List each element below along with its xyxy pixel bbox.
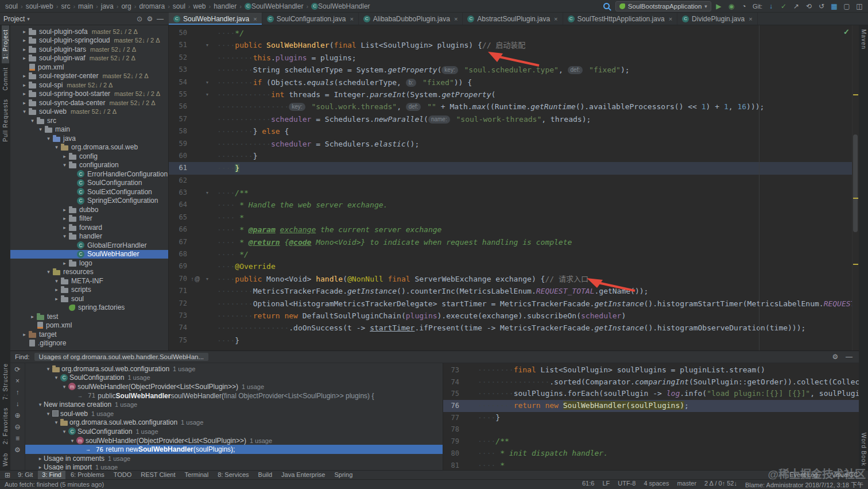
- line-number[interactable]: 59: [169, 138, 188, 150]
- override-gutter-icon[interactable]: ↑@: [188, 273, 203, 285]
- gear-icon[interactable]: ⚙: [830, 352, 840, 362]
- code-line[interactable]: 55▾············int threads = Integer.par…: [169, 88, 859, 101]
- tree-item[interactable]: ▸soul: [10, 294, 168, 303]
- code-text[interactable]: ········Optional<HistogramMetricsTracker…: [211, 298, 859, 310]
- status-item[interactable]: master: [677, 480, 696, 489]
- tree-item[interactable]: ▸soul-plugin-springcloudmaster 52↓ / 2 Δ: [10, 36, 168, 45]
- code-text[interactable]: ············scheduler = Schedulers.newPa…: [211, 113, 859, 125]
- code-line[interactable]: 77····}: [443, 412, 859, 424]
- tool-stripe-button[interactable]: 1: Project: [2, 25, 9, 63]
- usage-row[interactable]: ▾msoulWebHandler(ObjectProvider<List<Sou…: [25, 382, 443, 391]
- line-number[interactable]: 51: [169, 39, 188, 51]
- usage-row[interactable]: ▾soul-web1 usage: [25, 409, 443, 418]
- previous-occurrence-icon[interactable]: ↑: [16, 388, 20, 396]
- code-text[interactable]: ········String schedulerType = System.ge…: [211, 64, 859, 76]
- twisty-icon[interactable]: ▸: [37, 456, 44, 461]
- tree-item[interactable]: ▸soul-spimaster 52↓ / 2 Δ: [10, 80, 168, 90]
- code-text[interactable]: ················.doOnSuccess(t -> startT…: [211, 322, 859, 334]
- code-line[interactable]: 51▾····public SoulWebHandler(final List<…: [169, 39, 859, 51]
- locate-file-icon[interactable]: ⊙: [134, 14, 145, 24]
- line-number[interactable]: 55: [169, 88, 188, 101]
- tool-stripe-button[interactable]: Maven: [860, 25, 867, 53]
- fold-marker-icon[interactable]: ▾: [203, 39, 211, 51]
- line-number[interactable]: 72: [169, 298, 188, 310]
- rollback-icon[interactable]: ↺: [816, 1, 827, 11]
- twisty-icon[interactable]: ▾: [61, 162, 68, 168]
- code-text[interactable]: ····public Mono<Void> handle(@NonNull fi…: [211, 273, 859, 285]
- tool-stripe-button[interactable]: 2: Favorites: [2, 403, 9, 448]
- tree-item[interactable]: ▸test: [10, 312, 168, 321]
- code-text[interactable]: ····@Override: [211, 260, 859, 272]
- run-button[interactable]: ▶: [714, 1, 724, 11]
- inspections-ok-icon[interactable]: ✓: [843, 28, 850, 36]
- layout-icon[interactable]: ▦: [829, 1, 839, 11]
- tree-item[interactable]: ▾main: [10, 125, 168, 134]
- toolwindow-button[interactable]: Event Log: [785, 471, 822, 479]
- twisty-icon[interactable]: ▾: [61, 233, 68, 239]
- code-text[interactable]: ···· * init dispatch handler.: [472, 448, 859, 460]
- tool-stripe-button[interactable]: Pull Requests: [2, 95, 9, 146]
- tree-item[interactable]: ▸soul-plugin-wafmaster 52↓ / 2 Δ: [10, 54, 168, 63]
- line-number[interactable]: 78: [443, 423, 460, 436]
- code-text[interactable]: ············int threads = Integer.parseI…: [211, 88, 859, 101]
- tree-item[interactable]: ▾configuration: [10, 161, 168, 170]
- twisty-icon[interactable]: ▸: [21, 29, 28, 34]
- tree-item[interactable]: pom.xml: [10, 321, 168, 330]
- code-text[interactable]: ····/**: [211, 187, 859, 199]
- code-line[interactable]: 74················.doOnSuccess(t -> star…: [169, 322, 859, 334]
- line-number[interactable]: 53: [169, 64, 188, 76]
- tree-item[interactable]: ▸logo: [10, 259, 168, 268]
- tab-close-icon[interactable]: ×: [749, 16, 752, 22]
- error-stripe-mark[interactable]: [853, 94, 858, 95]
- twisty-icon[interactable]: ▸: [61, 225, 68, 230]
- tree-item[interactable]: ▾handler: [10, 232, 168, 241]
- toolwindow-button[interactable]: Spring: [330, 471, 356, 479]
- twisty-icon[interactable]: ▸: [53, 296, 60, 302]
- editor-tab[interactable]: CSoulTestHttpApplication.java×: [563, 13, 678, 25]
- code-line[interactable]: 75····}: [169, 334, 859, 346]
- tree-item[interactable]: CErrorHandlerConfiguration: [10, 170, 168, 179]
- tree-item[interactable]: ▾org.dromara.soul.web: [10, 143, 168, 152]
- code-text[interactable]: ················.sorted(Comparator.compa…: [472, 376, 859, 388]
- editor-tab[interactable]: CSoulWebHandler.java×: [169, 13, 262, 25]
- tree-item[interactable]: spring.factories: [10, 303, 168, 313]
- code-text[interactable]: ········this.plugins = plugins;: [211, 52, 859, 64]
- twisty-icon[interactable]: ▸: [21, 47, 28, 52]
- tab-close-icon[interactable]: ×: [253, 16, 257, 22]
- code-text[interactable]: ········return new DefaultSoulPluginChai…: [211, 310, 859, 322]
- code-line[interactable]: 71········MetricsTrackerFacade.getInstan…: [169, 285, 859, 297]
- twisty-icon[interactable]: ▾: [45, 366, 52, 372]
- line-number[interactable]: 75: [169, 334, 188, 346]
- toolwindow-button[interactable]: 8: Services: [214, 471, 253, 479]
- twisty-icon[interactable]: ▸: [21, 100, 28, 106]
- breadcrumb-item[interactable]: src: [59, 2, 72, 10]
- editor-scrollbar[interactable]: [852, 25, 859, 351]
- code-line[interactable]: 66···· * @param exchange the current ser…: [169, 224, 859, 236]
- tree-item[interactable]: ▾soul-webmaster 52↓ / 2 Δ: [10, 107, 168, 117]
- chevron-down-icon[interactable]: ▾: [27, 16, 30, 22]
- usage-row[interactable]: ▾org.dromara.soul.web.configuration1 usa…: [25, 418, 443, 428]
- line-number[interactable]: 79: [443, 436, 460, 448]
- twisty-icon[interactable]: ▾: [53, 375, 60, 380]
- breadcrumb-item[interactable]: soul: [171, 2, 187, 10]
- line-number[interactable]: 65: [169, 211, 188, 224]
- code-text[interactable]: ········return new SoulWebHandler(soulPl…: [472, 400, 859, 412]
- tree-item[interactable]: ▸soul-register-centermaster 52↓ / 2 Δ: [10, 72, 168, 81]
- code-line[interactable]: 62: [169, 175, 859, 187]
- tree-item[interactable]: ▸soul-plugin-tarsmaster 52↓ / 2 Δ: [10, 45, 168, 54]
- code-line[interactable]: 67···· * @return {@code Mono<Void>} to i…: [169, 236, 859, 248]
- code-line[interactable]: 65···· *: [169, 211, 859, 224]
- tab-close-icon[interactable]: ×: [554, 16, 557, 22]
- line-number[interactable]: 74: [169, 322, 188, 334]
- twisty-icon[interactable]: ▸: [61, 215, 68, 221]
- tree-item[interactable]: CSoulWebHandler: [10, 250, 168, 259]
- tool-stripe-button[interactable]: Word Book: [860, 429, 867, 470]
- status-item[interactable]: Blame: Administrator 2018/7/12, 3:18 下午: [745, 480, 863, 489]
- breadcrumb-item[interactable]: web: [192, 2, 208, 10]
- code-text[interactable]: ···· * Handle the web server exchange.: [211, 199, 859, 211]
- line-number[interactable]: 76: [443, 400, 460, 412]
- code-line[interactable]: 70↑@▾····public Mono<Void> handle(@NonNu…: [169, 273, 859, 285]
- hide-panel-icon[interactable]: —: [155, 14, 165, 24]
- fold-marker-icon[interactable]: ▾: [203, 273, 211, 285]
- breadcrumb-item[interactable]: org: [119, 2, 133, 10]
